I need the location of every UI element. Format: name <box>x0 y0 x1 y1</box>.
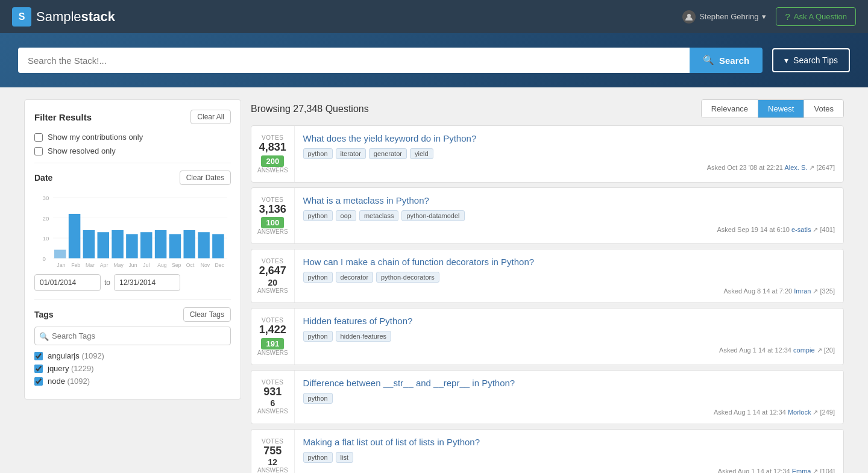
question-title[interactable]: Difference between __str__ and __repr__ … <box>303 378 835 388</box>
svg-text:Jun: Jun <box>128 262 137 268</box>
question-author[interactable]: Emma <box>792 468 811 473</box>
tags-row: pythoniteratorgeneratoryield <box>303 148 835 159</box>
sort-tab-newest[interactable]: Newest <box>758 100 804 117</box>
brand-letter: S <box>19 11 25 22</box>
question-card: VOTES 1,422 191 ANSWERS Hidden features … <box>251 308 844 365</box>
question-title[interactable]: Making a flat list out of list of lists … <box>303 437 835 447</box>
svg-rect-11 <box>83 230 95 258</box>
question-author[interactable]: e-satis <box>791 226 811 233</box>
tag-chip[interactable]: list <box>336 452 353 463</box>
contributions-checkbox[interactable] <box>34 133 43 142</box>
svg-text:Mar: Mar <box>86 262 95 268</box>
sidebar: Filter Results Clear All Show my contrib… <box>24 99 241 399</box>
tag-chip[interactable]: iterator <box>336 148 366 159</box>
search-button[interactable]: 🔍 Search <box>690 48 763 73</box>
search-tips-button[interactable]: ▾ Search Tips <box>772 48 850 72</box>
date-to-label: to <box>104 278 110 287</box>
question-title[interactable]: What is a metaclass in Python? <box>303 195 835 205</box>
answers-label: ANSWERS <box>257 167 288 174</box>
question-id: [104] <box>820 468 835 473</box>
question-title[interactable]: Hidden features of Python? <box>303 316 835 326</box>
ask-icon: ? <box>785 11 790 22</box>
question-author[interactable]: Alex. S. <box>784 164 807 171</box>
tag-chip[interactable]: oop <box>336 210 356 221</box>
tag-chip[interactable]: python <box>303 272 333 283</box>
tags-row: pythonoopmetaclasspython-datamodel <box>303 210 835 221</box>
answers-label: ANSWERS <box>257 467 288 473</box>
sort-tab-votes[interactable]: Votes <box>804 100 843 117</box>
answer-count: 20 <box>268 278 277 287</box>
divider-1 <box>34 163 231 163</box>
clear-all-button[interactable]: Clear All <box>190 110 231 124</box>
svg-text:30: 30 <box>43 195 49 201</box>
brand-icon: S <box>12 7 31 27</box>
tag-checkbox-jquery[interactable] <box>34 365 43 373</box>
date-to-input[interactable] <box>114 274 180 291</box>
question-author[interactable]: Morlock <box>788 409 811 416</box>
tag-chip[interactable]: python <box>303 393 333 404</box>
votes-label: VOTES <box>257 438 288 445</box>
svg-text:Feb: Feb <box>71 262 80 268</box>
date-range: to <box>34 274 231 291</box>
tag-checkbox-node[interactable] <box>34 377 43 386</box>
tag-label: jquery (1229) <box>48 364 94 373</box>
tag-chip[interactable]: python <box>303 452 333 463</box>
navbar: S Samplestack Stephen Gehring ▾ ? Ask A … <box>0 0 868 33</box>
question-title[interactable]: How can I make a chain of function decor… <box>303 257 835 267</box>
tag-checkbox-angularjs[interactable] <box>34 352 43 360</box>
brand-name-bold: stack <box>81 9 115 24</box>
vote-count: 4,831 <box>257 141 288 154</box>
date-from-input[interactable] <box>34 274 101 291</box>
tag-chip[interactable]: python-decorators <box>376 272 439 283</box>
svg-text:Oct: Oct <box>186 262 195 268</box>
vote-count: 755 <box>257 445 288 458</box>
external-link-icon: ↗ <box>813 226 818 233</box>
tag-chip[interactable]: python <box>303 331 333 342</box>
contributions-checkbox-row: Show my contributions only <box>34 133 231 142</box>
sort-tab-relevance[interactable]: Relevance <box>702 100 758 117</box>
tag-chip[interactable]: generator <box>369 148 407 159</box>
question-body: Hidden features of Python? pythonhidden-… <box>295 309 843 362</box>
tags-list: angularjs (1092) jquery (1229) node (109… <box>34 351 231 386</box>
svg-text:Dec: Dec <box>215 262 224 268</box>
ask-question-button[interactable]: ? Ask A Question <box>776 7 856 26</box>
tag-chip[interactable]: python-datamodel <box>401 210 464 221</box>
search-input[interactable] <box>18 48 690 73</box>
brand-text: Samplestack <box>36 9 115 25</box>
tags-row: pythonhidden-features <box>303 331 835 342</box>
svg-text:Sep: Sep <box>172 262 181 268</box>
svg-text:10: 10 <box>43 235 49 242</box>
tag-chip[interactable]: decorator <box>336 272 373 283</box>
resolved-checkbox-row: Show resolved only <box>34 146 231 155</box>
tags-row: pythondecoratorpython-decorators <box>303 272 835 283</box>
date-chart: 30 20 10 0 <box>34 191 231 269</box>
svg-rect-9 <box>54 250 66 258</box>
svg-text:0: 0 <box>43 255 46 262</box>
tag-chip[interactable]: hidden-features <box>336 331 391 342</box>
svg-rect-14 <box>126 234 138 258</box>
search-section: 🔍 Search ▾ Search Tips <box>0 33 868 87</box>
tag-search-input[interactable] <box>34 327 231 345</box>
question-author[interactable]: compie <box>793 346 814 354</box>
question-body: Difference between __str__ and __repr__ … <box>295 371 843 424</box>
question-author[interactable]: Imran <box>794 287 811 295</box>
user-menu[interactable]: Stephen Gehring ▾ <box>682 10 766 23</box>
tag-row: jquery (1229) <box>34 364 231 373</box>
question-title[interactable]: What does the yield keyword do in Python… <box>303 133 835 143</box>
question-card: VOTES 2,647 20 ANSWERS How can I make a … <box>251 249 844 303</box>
clear-dates-button[interactable]: Clear Dates <box>180 171 231 185</box>
tag-chip[interactable]: python <box>303 210 333 221</box>
search-input-wrap: 🔍 Search <box>18 48 763 73</box>
tag-chip[interactable]: metaclass <box>359 210 399 221</box>
tag-chip[interactable]: yield <box>410 148 433 159</box>
question-id: [20] <box>824 346 835 354</box>
svg-text:Jul: Jul <box>143 262 149 268</box>
svg-rect-18 <box>184 230 196 258</box>
votes-label: VOTES <box>257 317 288 324</box>
results-header: Browsing 27,348 Questions RelevanceNewes… <box>251 99 844 118</box>
clear-tags-button[interactable]: Clear Tags <box>183 307 231 322</box>
resolved-checkbox[interactable] <box>34 147 43 155</box>
tag-chip[interactable]: python <box>303 148 333 159</box>
date-header: Date Clear Dates <box>34 171 231 185</box>
tag-row: angularjs (1092) <box>34 351 231 360</box>
